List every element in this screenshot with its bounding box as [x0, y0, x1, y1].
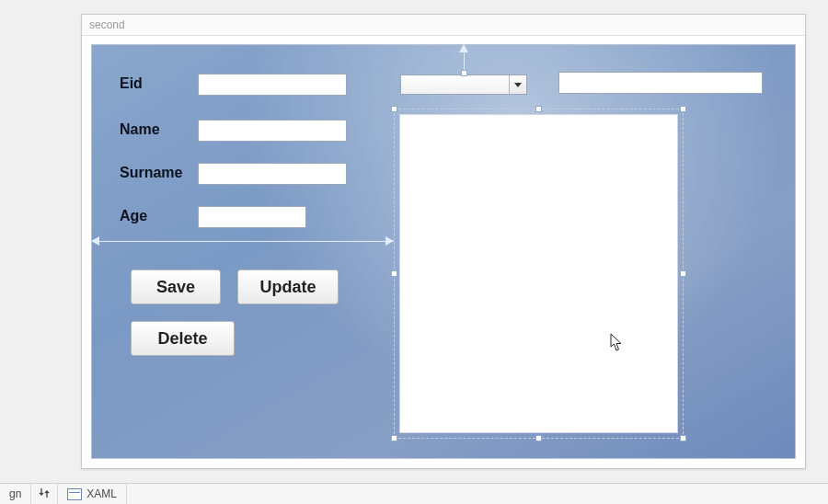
tab-swap[interactable] [31, 484, 58, 504]
arrowhead-left-icon [91, 236, 99, 246]
tab-xaml-label: XAML [86, 487, 117, 500]
tab-xaml[interactable]: XAML [58, 484, 127, 504]
arrowhead-right-icon [385, 236, 394, 246]
swap-icon [39, 487, 50, 501]
xaml-icon [67, 488, 82, 500]
window-titlebar: second [82, 15, 805, 36]
guide-horizontal [92, 241, 394, 242]
label-eid: Eid [120, 75, 143, 92]
tab-design-label: gn [9, 487, 21, 500]
wpf-window: second Eid Name Surname Age [81, 14, 806, 469]
surname-input[interactable] [198, 163, 347, 185]
designer-tab-strip: gn XAML [0, 483, 828, 504]
window-content: Eid Name Surname Age [91, 44, 796, 459]
arrowhead-up-icon [459, 44, 468, 52]
delete-button[interactable]: Delete [131, 321, 235, 356]
name-input[interactable] [198, 120, 347, 142]
label-age: Age [120, 208, 147, 224]
right-panel[interactable] [399, 114, 678, 433]
ide-designer-stage: second Eid Name Surname Age [0, 0, 828, 504]
label-surname: Surname [120, 165, 182, 181]
tab-design[interactable]: gn [0, 484, 31, 504]
age-input[interactable] [198, 206, 306, 228]
top-right-input[interactable] [558, 72, 763, 94]
combo-box[interactable] [400, 74, 527, 95]
chevron-down-icon[interactable] [509, 75, 526, 94]
guide-vertical [464, 45, 465, 73]
eid-input[interactable] [198, 74, 347, 96]
update-button[interactable]: Update [237, 269, 339, 304]
window-title: second [89, 18, 125, 31]
label-name: Name [120, 121, 160, 138]
save-button[interactable]: Save [131, 269, 221, 304]
